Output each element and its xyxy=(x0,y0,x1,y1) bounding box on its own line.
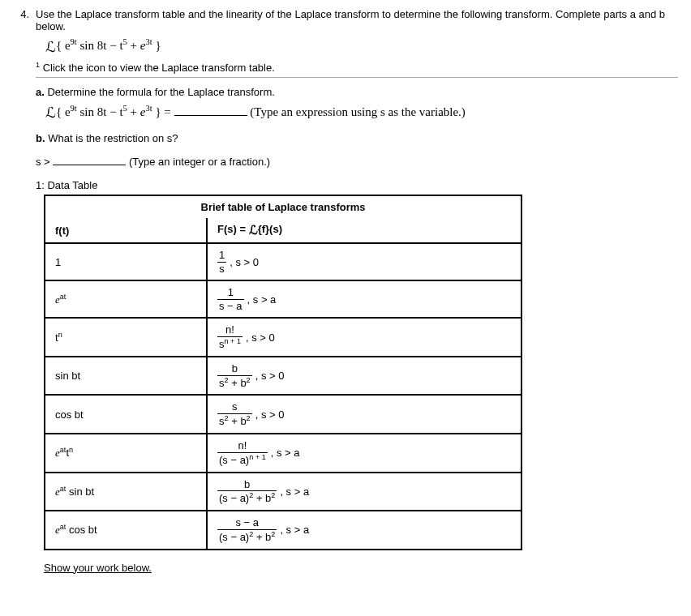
f-of-t-cell: tn xyxy=(45,318,207,357)
part-b-prompt: What is the restriction on s? xyxy=(48,132,178,144)
f-of-t-cell: eat cos bt xyxy=(45,511,207,550)
f-of-t-cell: eat sin bt xyxy=(45,473,207,511)
data-table-label: 1: Data Table xyxy=(36,179,678,191)
F-of-s-cell: s − a(s − a)2 + b2, s > a xyxy=(207,511,521,550)
show-work-link[interactable]: Show your work below. xyxy=(44,562,152,574)
f-of-t-cell: 1 xyxy=(45,243,207,280)
part-a-lhs: { e9t sin 8t − t5 + e3t } = xyxy=(56,105,171,118)
part-a-prompt: Determine the formula for the Laplace tr… xyxy=(47,86,274,98)
F-of-s-cell: 1s − a, s > a xyxy=(207,280,521,318)
F-of-s-cell: n!sn + 1, s > 0 xyxy=(207,318,521,357)
table-row: 11s, s > 0 xyxy=(45,243,521,280)
table-row: eat cos bts − a(s − a)2 + b2, s > a xyxy=(45,511,521,550)
F-of-s-cell: b(s − a)2 + b2, s > a xyxy=(207,473,521,511)
question-text: Use the Laplace transform table and the … xyxy=(36,8,678,32)
part-b-answer-input[interactable] xyxy=(53,154,126,165)
question-number: 4. xyxy=(13,8,29,574)
table-title: Brief table of Laplace transforms xyxy=(45,195,521,218)
part-a-label: a. xyxy=(36,86,45,98)
part-b-lhs: s > xyxy=(36,156,50,168)
F-of-s-cell: n!(s − a)n + 1, s > a xyxy=(207,434,521,473)
F-of-s-cell: ss2 + b2, s > 0 xyxy=(207,395,521,434)
table-col1: f(t) xyxy=(45,218,207,243)
part-b-hint: (Type an integer or a fraction.) xyxy=(129,156,270,168)
f-of-t-cell: eattn xyxy=(45,434,207,473)
table-row: eat1s − a, s > a xyxy=(45,280,521,318)
f-of-t-cell: sin bt xyxy=(45,357,207,396)
table-row: cos btss2 + b2, s > 0 xyxy=(45,395,521,434)
question-expression: ℒ{ e9t sin 8t − t5 + e3t } xyxy=(36,32,678,61)
F-of-s-cell: 1s, s > 0 xyxy=(207,243,521,280)
table-row: eat sin btb(s − a)2 + b2, s > a xyxy=(45,473,521,511)
part-a-answer-input[interactable] xyxy=(174,105,247,116)
footnote-link[interactable]: Click the icon to view the Laplace trans… xyxy=(43,62,275,74)
laplace-table: Brief table of Laplace transforms f(t) F… xyxy=(44,195,522,550)
F-of-s-cell: bs2 + b2, s > 0 xyxy=(207,357,521,396)
f-of-t-cell: cos bt xyxy=(45,395,207,434)
table-row: tnn!sn + 1, s > 0 xyxy=(45,318,521,357)
table-row: sin btbs2 + b2, s > 0 xyxy=(45,357,521,396)
part-b-label: b. xyxy=(36,132,45,144)
f-of-t-cell: eat xyxy=(45,280,207,318)
table-row: eattnn!(s − a)n + 1, s > a xyxy=(45,434,521,473)
table-col2: F(s) = ℒ{f}(s) xyxy=(207,218,521,243)
footnote: 1 Click the icon to view the Laplace tra… xyxy=(36,61,678,74)
part-a-hint: (Type an expression using s as the varia… xyxy=(250,105,466,118)
